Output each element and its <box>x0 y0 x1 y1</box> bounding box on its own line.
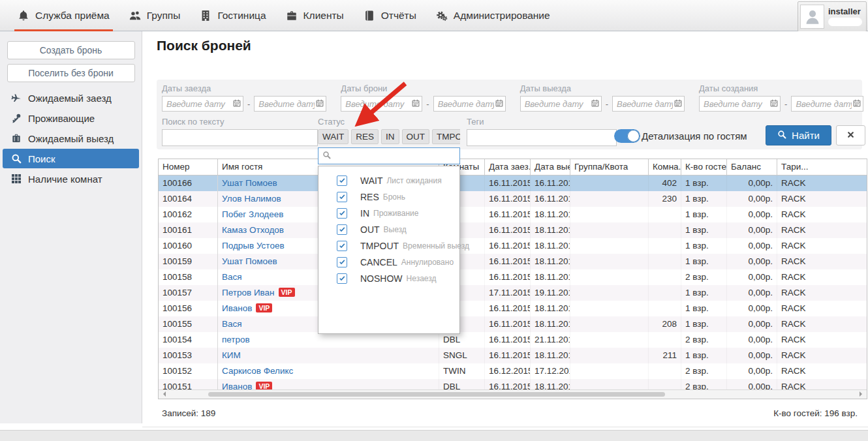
guest-link[interactable]: Улов Налимов <box>222 194 281 204</box>
table-row[interactable]: 100153КИМSNGL16.11.201518.11.20152111 вз… <box>159 348 867 363</box>
date-filter-group: Даты создания- <box>699 84 863 112</box>
table-row[interactable]: 100166Ушат Помоев16.11.201516.11.2015402… <box>159 175 867 191</box>
guest-link[interactable]: Иванов <box>222 303 252 313</box>
table-row[interactable]: 100162Побег Злодеев16.11.201518.11.20151… <box>159 207 867 222</box>
text-search-input[interactable] <box>162 129 318 146</box>
checkbox[interactable] <box>337 257 347 267</box>
col-guest-qty[interactable]: К-во гостей <box>681 159 727 175</box>
status-dropdown-searchbox[interactable] <box>318 147 460 164</box>
col-room[interactable]: Комна... <box>649 159 681 175</box>
guest-link[interactable]: Побег Злодеев <box>222 209 283 219</box>
cell-group-quota <box>570 269 649 285</box>
guest-link[interactable]: Петров Иван <box>222 288 275 297</box>
nav-tab-reports[interactable]: Отчёты <box>354 0 426 31</box>
cell-room <box>649 285 681 301</box>
guest-link[interactable]: Иванов <box>222 382 252 389</box>
date-from-input[interactable] <box>341 96 422 112</box>
user-menu[interactable]: installer <box>798 1 867 32</box>
status-option-cancel[interactable]: CANCELАннулировано <box>318 254 459 270</box>
table-row[interactable]: 100164Улов Налимов16.11.201516.11.201523… <box>159 191 867 207</box>
table-row[interactable]: 100157Петров ИванVIP17.11.201519.11.2015… <box>159 285 867 301</box>
date-to-input[interactable] <box>254 96 326 112</box>
col-tariff[interactable]: Тари... <box>777 159 867 175</box>
status-option-noshow[interactable]: NOSHOWНезаезд <box>318 270 459 286</box>
scroll-right-arrow[interactable] <box>860 391 865 397</box>
checkin-without-booking-button[interactable]: Поселить без брони <box>7 64 135 82</box>
status-option-tmpout[interactable]: TMPOUTВременный выезд <box>318 237 459 254</box>
nav-tab-groups[interactable]: Группы <box>119 0 191 31</box>
status-tag-res[interactable]: RES <box>351 129 379 144</box>
guest-link[interactable]: Саркисов Феликс <box>222 366 293 376</box>
scrollbar-thumb[interactable] <box>208 392 665 397</box>
status-tag-out[interactable]: OUT <box>402 129 430 144</box>
checkbox[interactable] <box>337 224 347 235</box>
date-to-input[interactable] <box>791 96 863 112</box>
horizontal-scrollbar[interactable] <box>159 389 867 399</box>
checkbox[interactable] <box>337 208 347 219</box>
scroll-left-arrow[interactable] <box>161 391 166 397</box>
date-to-input[interactable] <box>433 96 506 112</box>
checkbox[interactable] <box>337 175 347 186</box>
nav-tab-clients[interactable]: Клиенты <box>276 0 354 31</box>
guest-link[interactable]: Вася <box>222 319 242 329</box>
cell-group-quota <box>570 207 649 222</box>
col-group-quota[interactable]: Группа/Квота <box>570 159 649 175</box>
date-from-input[interactable] <box>162 96 243 112</box>
create-booking-button[interactable]: Создать бронь <box>7 41 135 59</box>
guest-link[interactable]: Камаз Отходов <box>222 225 284 235</box>
guest-link[interactable]: петров <box>222 335 250 344</box>
suitcase-icon <box>11 133 22 144</box>
checkbox[interactable] <box>337 192 347 202</box>
clear-filters-button[interactable] <box>836 125 865 145</box>
status-tag-in[interactable]: IN <box>381 129 399 144</box>
status-option-in[interactable]: INПроживание <box>318 205 459 221</box>
status-tags[interactable]: WAITRESINOUTTMPOUTCANCEL <box>318 129 460 144</box>
checkbox[interactable] <box>337 273 347 284</box>
col-balance[interactable]: Баланс <box>727 159 777 175</box>
sidebar-item-in-house[interactable]: Проживающие <box>3 108 139 128</box>
table-row[interactable]: 100152Саркисов ФеликсTWIN16.12.201517.12… <box>159 363 867 379</box>
col-arrival-date[interactable]: Дата заез... <box>485 159 531 175</box>
search-icon <box>777 130 786 139</box>
status-tag-tmpout[interactable]: TMPOUT <box>432 129 460 144</box>
status-code: RES <box>360 192 379 202</box>
guest-link[interactable]: Ушат Помоев <box>222 178 277 188</box>
nav-tab-hotel[interactable]: Гостиница <box>190 0 275 31</box>
sidebar-item-room-availability[interactable]: Наличие комнат <box>3 169 139 189</box>
cell-guest-qty: 1 взр. <box>681 175 727 191</box>
table-row[interactable]: 100154петровDBL16.11.201521.11.20152 взр… <box>159 332 867 348</box>
table-row[interactable]: 100160Подрыв Устоев16.11.201518.11.20151… <box>159 238 867 254</box>
status-tag-wait[interactable]: WAIT <box>318 129 349 144</box>
guest-detail-toggle[interactable] <box>614 129 640 143</box>
tags-input[interactable] <box>467 129 617 146</box>
status-option-wait[interactable]: WAITЛист ожидания <box>318 172 459 189</box>
checkbox[interactable] <box>337 241 347 251</box>
sidebar-item-expected-departure[interactable]: Ожидаемый выезд <box>3 129 139 148</box>
nav-tab-front-office[interactable]: Служба приёма <box>8 0 119 31</box>
guest-link[interactable]: Вася <box>222 272 242 282</box>
status-search-input[interactable] <box>334 151 459 162</box>
guest-link[interactable]: КИМ <box>222 350 241 360</box>
table-row[interactable]: 100156ИвановVIP16.11.201518.11.20151 взр… <box>159 301 867 316</box>
col-departure-date[interactable]: Дата вые... <box>531 159 570 175</box>
sidebar-item-search[interactable]: Поиск <box>3 149 139 168</box>
col-number[interactable]: Номер <box>159 159 218 175</box>
guest-link[interactable]: Ушат Помоев <box>222 256 277 266</box>
briefcase-icon <box>286 10 298 22</box>
status-option-res[interactable]: RESБронь <box>318 189 459 205</box>
table-row[interactable]: 100155Вася16.11.201518.11.20152081 взр.0… <box>159 316 867 332</box>
table-row[interactable]: 100159Ушат Помоев16.11.201518.11.20151 в… <box>159 254 867 269</box>
table-row[interactable]: 100158Вася16.11.201518.11.20152 взр.0,00… <box>159 269 867 285</box>
status-option-out[interactable]: OUTВыезд <box>318 221 459 237</box>
find-button[interactable]: Найти <box>766 125 831 145</box>
date-from-input[interactable] <box>520 96 602 112</box>
table-row[interactable]: 100151ИвановVIPDBL16.11.201518.11.20152 … <box>159 379 867 389</box>
nav-tab-administration[interactable]: Администрирование <box>426 0 560 31</box>
cell-arrival-date: 16.11.2015 <box>485 254 531 269</box>
table-row[interactable]: 100161Камаз Отходов16.11.201518.11.20151… <box>159 222 867 238</box>
guest-detail-toggle-label: Детализация по гостям <box>642 130 747 142</box>
date-from-input[interactable] <box>699 96 781 112</box>
date-to-input[interactable] <box>612 96 685 112</box>
guest-link[interactable]: Подрыв Устоев <box>222 241 285 251</box>
sidebar-item-expected-arrival[interactable]: Ожидаемый заезд <box>3 88 139 108</box>
